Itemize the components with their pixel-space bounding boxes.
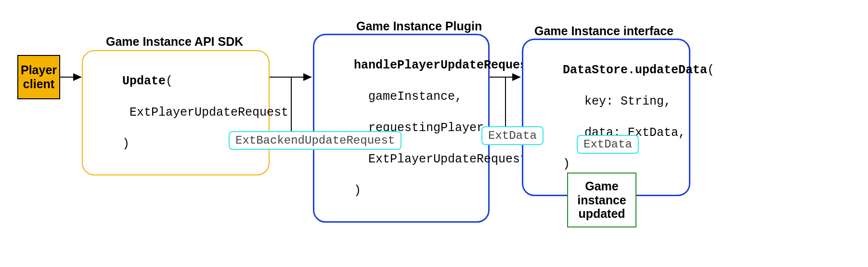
plugin-param-2: ExtPlayerUpdateRequest <box>368 152 527 166</box>
plugin-box: handlePlayerUpdateRequest( gameInstance,… <box>313 34 490 223</box>
diagram-canvas: Playerclient Game Instance API SDK Updat… <box>0 0 868 267</box>
result-label: Gameinstanceupdated <box>577 179 626 221</box>
plugin-fn: handlePlayerUpdateRequest <box>354 58 534 72</box>
sdk-fn: Update <box>122 74 166 88</box>
tag-plugin-to-iface: ExtData <box>481 126 544 145</box>
player-client-label: Playerclient <box>21 63 57 91</box>
player-client-box: Playerclient <box>17 55 60 99</box>
plugin-title: Game Instance Plugin <box>356 19 482 33</box>
iface-fn: DataStore.updateData <box>563 63 707 77</box>
result-box: Gameinstanceupdated <box>567 173 636 227</box>
iface-param-0: key: String, <box>584 94 671 108</box>
tag-iface-out: ExtData <box>577 135 639 154</box>
sdk-param-0: ExtPlayerUpdateRequest <box>130 106 288 120</box>
iface-title: Game Instance interface <box>534 24 674 38</box>
plugin-param-0: gameInstance, <box>368 90 462 104</box>
sdk-box: Update( ExtPlayerUpdateRequest ) <box>82 50 270 175</box>
sdk-title: Game Instance API SDK <box>106 35 243 49</box>
tag-sdk-to-plugin: ExtBackendUpdateRequest <box>229 131 402 150</box>
